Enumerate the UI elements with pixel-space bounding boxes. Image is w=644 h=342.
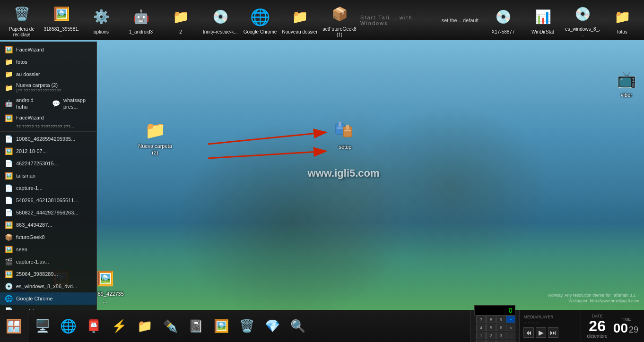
tb-ie[interactable]: 🌐 xyxy=(56,314,80,338)
media-player-area: MEDIAPLAYER ··········· ⏮ ▶ ⏭ xyxy=(519,310,581,342)
tb-trash[interactable]: 🗑️ xyxy=(235,314,259,338)
sidebar-25064[interactable]: 🖼️ 25064_3988289... xyxy=(0,268,96,280)
svg-rect-4 xyxy=(337,128,343,128)
calc-btn-2[interactable]: 2 xyxy=(486,332,496,339)
taskbar-icon-318581[interactable]: 🖼️ 318581_395581... xyxy=(43,1,80,40)
calc-btn-5[interactable]: 5 xyxy=(486,324,496,331)
sidebar-nueva-carpeta[interactable]: 📁 Nueva carpeta (2) (?? ????????????????… xyxy=(0,80,96,95)
sidebar-google-chrome[interactable]: 🌐 Google Chrome xyxy=(0,292,96,305)
sidebar-capture[interactable]: 📄 capture-1... xyxy=(0,182,96,194)
desktop-setup-icon[interactable]: setup xyxy=(326,118,364,152)
month-label: diciembre xyxy=(587,333,607,339)
calc-btn-3[interactable]: 3 xyxy=(496,332,505,339)
sidebar-whatsapp-pres[interactable]: 💬 whatsapp pres... xyxy=(47,95,95,112)
svg-rect-3 xyxy=(346,125,349,129)
windows-logo-icon: 🪟 xyxy=(6,318,22,334)
sidebar-futurogeek[interactable]: 📦 futuroGeek8 xyxy=(0,231,96,243)
recycle-bin-label: Papelera de reciclaje xyxy=(4,26,40,38)
viber-icon[interactable]: 📺 viber xyxy=(608,66,644,100)
media-play-btn[interactable]: ▶ xyxy=(536,327,546,338)
sidebar-facewizard[interactable]: 🖼️ FaceWizard xyxy=(0,43,96,56)
time-hours: 00 xyxy=(613,322,628,335)
media-controls: ⏮ ▶ ⏭ xyxy=(523,327,577,338)
tb-gem[interactable]: 💎 xyxy=(260,314,285,338)
sidebar-es-windows[interactable]: 💿 es_windows_8_x86_dvd... xyxy=(0,280,96,292)
taskbar-fotos[interactable]: 📁 fotos xyxy=(603,4,641,37)
calc-btn-dot[interactable]: . xyxy=(486,340,496,342)
sidebar-863[interactable]: 🖼️ 863_4494287... xyxy=(0,219,96,231)
sidebar-2012[interactable]: 🖼️ 2012 18-07... xyxy=(0,145,96,157)
calc-btn-1[interactable]: 1 xyxy=(476,332,486,339)
set-default-text: set the... default xyxy=(442,17,479,23)
calc-btn-mul[interactable]: × xyxy=(506,324,515,331)
calc-btn-4[interactable]: 4 xyxy=(476,324,486,331)
taskbar-android3[interactable]: 🤖 1_android3 xyxy=(122,4,160,37)
sidebar-talisman[interactable]: 🖼️ talisman xyxy=(0,170,96,182)
tb-image[interactable]: 🖼️ xyxy=(209,314,234,338)
taskbar-x17[interactable]: 💿 X17-58877 xyxy=(484,4,522,37)
taskbar-nouveau[interactable]: 📁 Nouveau dossier xyxy=(281,4,319,37)
taskbar-top: 🗑️ Papelera de reciclaje 🖼️ 318581_39558… xyxy=(0,0,644,40)
taskbar-es-windows[interactable]: 💿 es_windows_8_... xyxy=(564,1,601,40)
calc-btn-9[interactable]: 9 xyxy=(496,316,505,323)
sidebar-capture1[interactable]: 🎬 capture-1.av... xyxy=(0,256,96,268)
start-windows-text: Start Tali... with Windows xyxy=(360,15,440,26)
date-value: 26 xyxy=(589,318,606,333)
date-section: DATE 26 diciembre xyxy=(587,314,607,339)
calc-btn-0[interactable]: 0 xyxy=(476,340,486,342)
calc-btn-sub[interactable]: - xyxy=(506,332,515,339)
taskbar-start-button[interactable]: 🪟 xyxy=(0,310,28,342)
sidebar-facewizard2[interactable]: 🖼️ FaceWizard xyxy=(0,112,96,124)
time-seconds: 29 xyxy=(629,325,638,335)
tb-monitor[interactable]: 🖥️ xyxy=(30,314,55,338)
taskbar-actfuturo[interactable]: 📦 actFuturoGeek8 (1) xyxy=(321,1,358,40)
clock-area: DATE 26 diciembre TIME 00 29 xyxy=(581,310,644,342)
taskbar-icons-area: 🖥️ 🌐 📮 ⚡ 📁 ✒️ 📓 🖼️ 🗑️ 💎 🔍 xyxy=(28,314,470,338)
taskbar-options[interactable]: ⚙️ options xyxy=(82,4,120,37)
taskbar-recycle-bin[interactable]: 🗑️ Papelera de reciclaje xyxy=(3,1,41,40)
media-next-btn[interactable]: ⏭ xyxy=(548,327,558,338)
taskbar-chrome[interactable]: 🌐 Google Chrome xyxy=(241,4,279,37)
tb-mail[interactable]: 📮 xyxy=(81,314,106,338)
tb-pen[interactable]: ✒️ xyxy=(158,314,183,338)
sidebar-seen[interactable]: 🖼️ seen xyxy=(0,243,96,256)
calc-display: 0 xyxy=(474,305,515,316)
time-section: TIME 00 29 xyxy=(613,317,638,335)
desktop-nueva-carpeta-icon[interactable]: 📁 Nueva carpeta (2) xyxy=(136,117,174,158)
sidebar-fotos[interactable]: 📁 fotos xyxy=(0,56,96,68)
sidebar: 🖼️ FaceWizard 📁 fotos 📁 au dossier 📁 Nue… xyxy=(0,42,97,319)
tb-flash[interactable]: ⚡ xyxy=(107,314,131,338)
sidebar-info1: ?? ????? ?? ????????? ???... xyxy=(0,124,96,131)
setup-svg-icon xyxy=(334,120,357,143)
tb-notepad[interactable]: 📓 xyxy=(183,314,208,338)
taskbar-windirstat[interactable]: 📊 WinDirStat xyxy=(524,4,562,37)
calc-buttons[interactable]: 7 8 9 ÷ 4 5 6 × 1 2 3 - 0 . +/- + xyxy=(476,316,515,342)
sidebar-android-huhu[interactable]: 🤖 android huhu xyxy=(0,95,47,112)
svg-rect-1 xyxy=(339,122,341,127)
media-player-label: MEDIAPLAYER xyxy=(523,315,577,319)
svg-rect-5 xyxy=(344,130,351,131)
sidebar-540296[interactable]: 📄 540296_4621381065611... xyxy=(0,194,96,206)
sidebar-au-dossier[interactable]: 📁 au dossier xyxy=(0,68,96,80)
calc-btn-neg[interactable]: +/- xyxy=(496,340,505,342)
calc-btn-8[interactable]: 8 xyxy=(486,316,496,323)
tb-folder[interactable]: 📁 xyxy=(132,314,157,338)
calculator-area: 0 7 8 9 ÷ 4 5 6 × 1 2 3 - 0 . +/- xyxy=(470,310,519,342)
media-prev-btn[interactable]: ⏮ xyxy=(523,327,534,338)
calc-btn-div[interactable]: ÷ xyxy=(506,316,515,323)
calc-btn-7[interactable]: 7 xyxy=(476,316,486,323)
taskbar-icon-2[interactable]: 📁 2 xyxy=(162,4,200,37)
wallpaper-credit: Norway. Any resolution theme for Talisma… xyxy=(548,292,639,304)
taskbar-bottom: 🪟 🖥️ 🌐 📮 ⚡ 📁 ✒️ 📓 🖼️ 🗑️ 💎 🔍 0 7 8 9 xyxy=(0,310,644,342)
recycle-bin-icon: 🗑️ xyxy=(10,3,33,26)
media-track: ··········· xyxy=(523,320,577,325)
sidebar-4622[interactable]: 📄 4622477253015... xyxy=(0,157,96,170)
sidebar-10080[interactable]: 📄 10080_4628594205935... xyxy=(0,133,96,145)
tb-search[interactable]: 🔍 xyxy=(286,314,310,338)
taskbar-trinity[interactable]: 💿 trinity-rescue-k... xyxy=(201,4,239,37)
calc-btn-6[interactable]: 6 xyxy=(496,324,505,331)
sidebar-560822[interactable]: 📄 560822_4442927956263... xyxy=(0,206,96,219)
calc-btn-add[interactable]: + xyxy=(506,340,515,342)
